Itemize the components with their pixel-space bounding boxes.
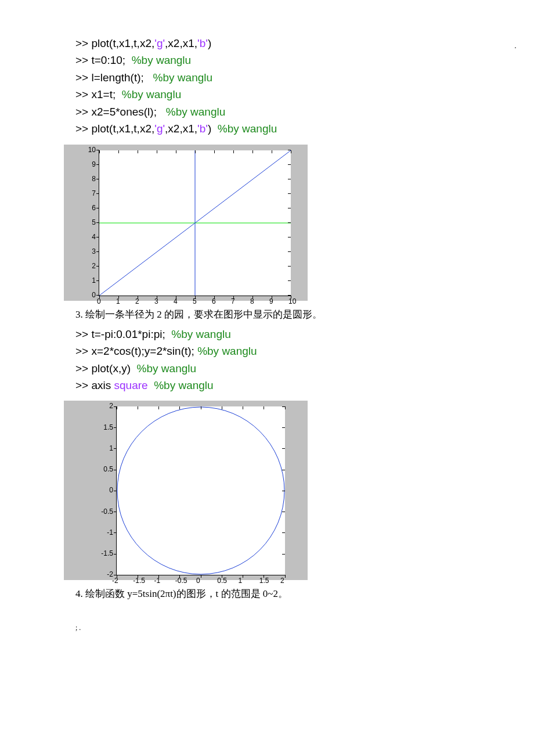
- plot-area-2: -2-2-1.5-1.5-1-1-0.5-0.5000.50.5111.51.5…: [116, 406, 285, 575]
- code-block-2: >> t=-pi:0.01*pi:pi; %by wanglu >> x=2*c…: [75, 326, 511, 394]
- y-tick-label: -1: [107, 528, 113, 537]
- y-tick-label: 2: [109, 402, 113, 410]
- y-tick-label: 4: [92, 233, 96, 241]
- question-4: 4. 绘制函数 y=5tsin(2πt)的图形，t 的范围是 0~2。: [75, 587, 511, 600]
- code-line: >> t=0:10; %by wanglu: [75, 52, 511, 69]
- code-line: >> plot(t,x1,t,x2,'g',x2,x1,'b') %by wan…: [75, 120, 511, 137]
- y-tick-label: 6: [92, 204, 96, 212]
- x-tick-label: 6: [212, 297, 216, 305]
- y-tick-label: -1.5: [101, 549, 113, 557]
- svg-point-3: [117, 407, 284, 574]
- x-tick-label: 2: [135, 297, 139, 305]
- x-tick-label: 1.5: [259, 577, 269, 585]
- y-tick-label: -0.5: [101, 507, 113, 516]
- y-tick-label: 7: [92, 189, 96, 197]
- x-tick-label: 9: [269, 297, 273, 305]
- plot-area-1: 001122334455667788991010: [99, 150, 291, 296]
- plot-svg: [99, 150, 291, 296]
- code-line: >> plot(x,y) %by wanglu: [75, 360, 511, 377]
- y-tick-label: 3: [92, 247, 96, 255]
- x-tick-label: 4: [174, 297, 178, 305]
- y-tick-label: -2: [107, 570, 113, 578]
- code-line: >> t=-pi:0.01*pi:pi; %by wanglu: [75, 326, 511, 343]
- figure-1: 001122334455667788991010: [64, 145, 308, 301]
- y-tick-label: 9: [92, 160, 96, 168]
- y-tick-label: 0: [92, 291, 96, 299]
- x-tick-label: 1: [239, 577, 243, 585]
- corner-mark: .: [514, 41, 517, 50]
- y-tick-label: 10: [88, 146, 96, 154]
- x-tick-label: 10: [288, 297, 296, 305]
- x-tick-label: 5: [193, 297, 197, 305]
- x-tick-label: 2: [280, 577, 284, 585]
- x-tick-label: 8: [250, 297, 254, 305]
- y-tick-label: 8: [92, 175, 96, 183]
- y-tick-label: 5: [92, 218, 96, 226]
- x-tick-label: -0.5: [175, 577, 187, 585]
- code-line: >> x2=5*ones(l); %by wanglu: [75, 103, 511, 120]
- page: . >> plot(t,x1,t,x2,'g',x2,x1,'b') >> t=…: [0, 0, 534, 656]
- code-line: >> plot(t,x1,t,x2,'g',x2,x1,'b'): [75, 35, 511, 52]
- code-line: >> axis square %by wanglu: [75, 377, 511, 394]
- x-tick-label: 0: [196, 577, 200, 585]
- x-tick-label: -1.5: [133, 577, 145, 585]
- y-tick-label: 1.5: [103, 423, 113, 431]
- x-tick-label: -1: [154, 577, 161, 585]
- question-3: 3. 绘制一条半径为 2 的园，要求在图形中显示的是圆形。: [75, 308, 511, 321]
- y-tick-label: 1: [109, 444, 113, 452]
- x-tick-label: 1: [116, 297, 120, 305]
- code-line: >> x=2*cos(t);y=2*sin(t); %by wanglu: [75, 343, 511, 359]
- figure-2: -2-2-1.5-1.5-1-1-0.5-0.5000.50.5111.51.5…: [64, 401, 308, 580]
- x-tick-label: 0: [97, 297, 101, 305]
- code-block-1: >> plot(t,x1,t,x2,'g',x2,x1,'b') >> t=0:…: [75, 35, 511, 138]
- code-line: >> l=length(t); %by wanglu: [75, 69, 511, 86]
- code-line: >> x1=t; %by wanglu: [75, 86, 511, 103]
- x-tick-label: 3: [154, 297, 158, 305]
- x-tick-label: 0.5: [217, 577, 227, 585]
- plot-svg: [117, 406, 285, 575]
- y-tick-label: 2: [92, 262, 96, 270]
- x-tick-label: 7: [231, 297, 235, 305]
- footer-mark: ; .: [75, 624, 511, 632]
- y-tick-label: 1: [92, 276, 96, 285]
- y-tick-label: 0: [109, 486, 113, 494]
- y-tick-label: 0.5: [103, 465, 113, 473]
